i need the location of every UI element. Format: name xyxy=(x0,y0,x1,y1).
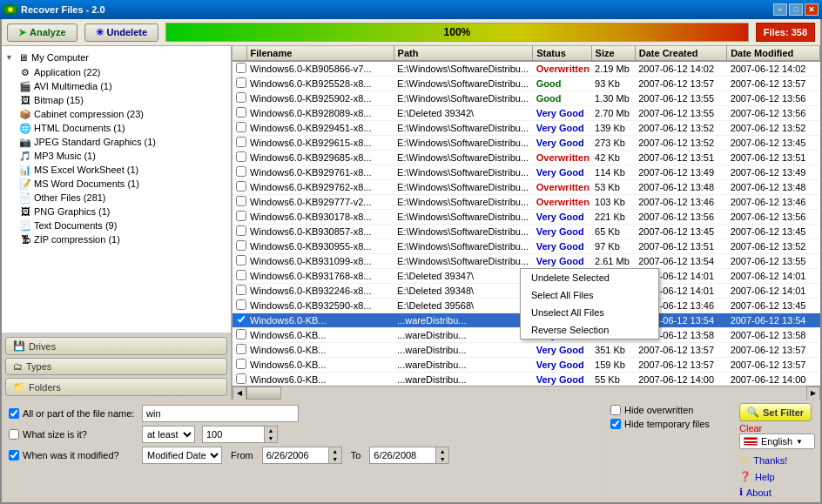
table-row[interactable]: Windows6.0-KB929615-x8... E:\Windows\Sof… xyxy=(232,136,820,151)
minimize-button[interactable]: − xyxy=(773,3,787,16)
tree-item-zip[interactable]: 🗜 ZIP compression (1) xyxy=(5,232,227,246)
row-checkbox-cell[interactable] xyxy=(232,165,246,180)
size-option-select[interactable]: at least at most xyxy=(142,426,195,443)
row-checkbox[interactable] xyxy=(236,373,246,384)
row-checkbox-cell[interactable] xyxy=(232,210,246,225)
row-checkbox-cell[interactable] xyxy=(232,151,246,165)
analyze-button[interactable]: ➤ Analyze xyxy=(7,24,77,42)
row-checkbox[interactable] xyxy=(236,166,246,177)
table-row[interactable]: Windows6.0-KB930955-x8... E:\Windows\Sof… xyxy=(232,239,820,254)
horizontal-scrollbar[interactable]: ◀ ▶ xyxy=(232,386,820,400)
scroll-right-button[interactable]: ▶ xyxy=(806,386,820,400)
date-to-spin-up[interactable]: ▲ xyxy=(436,447,448,455)
table-row[interactable]: Windows6.0-KB929777-v2... E:\Windows\Sof… xyxy=(232,195,820,210)
row-checkbox-cell[interactable] xyxy=(232,77,246,91)
row-checkbox[interactable] xyxy=(236,122,246,132)
filename-filter-checkbox[interactable] xyxy=(9,408,19,419)
row-checkbox-cell[interactable] xyxy=(232,180,246,195)
row-checkbox-cell[interactable] xyxy=(232,269,246,284)
undelete-button[interactable]: ✳ Undelete xyxy=(84,24,158,42)
tree-item-mp3[interactable]: 🎵 MP3 Music (1) xyxy=(5,149,227,163)
hide-temp-checkbox[interactable] xyxy=(610,419,621,429)
col-header-filename[interactable]: Filename xyxy=(246,46,394,61)
tree-item-html[interactable]: 🌐 HTML Documents (1) xyxy=(5,121,227,135)
row-checkbox-cell[interactable] xyxy=(232,121,246,136)
tree-item-png[interactable]: 🖼 PNG Graphics (1) xyxy=(5,205,227,218)
row-checkbox[interactable] xyxy=(236,107,246,118)
row-checkbox-cell[interactable] xyxy=(232,106,246,121)
row-checkbox[interactable] xyxy=(236,240,246,251)
size-filter-checkbox[interactable] xyxy=(9,429,19,440)
row-checkbox-cell[interactable] xyxy=(232,239,246,254)
table-row[interactable]: Windows6.0-KB929451-x8... E:\Windows\Sof… xyxy=(232,121,820,136)
row-checkbox-cell[interactable] xyxy=(232,61,246,77)
row-checkbox[interactable] xyxy=(236,225,246,236)
expand-icon[interactable]: ▼ xyxy=(5,53,14,62)
table-row[interactable]: Windows6.0-KB929761-x8... E:\Windows\Sof… xyxy=(232,165,820,180)
table-row[interactable]: Windows6.0-KB925902-x8... E:\Windows\Sof… xyxy=(232,91,820,106)
tree-item-excel[interactable]: 📊 MS Excel WorkSheet (1) xyxy=(5,163,227,177)
row-checkbox[interactable] xyxy=(236,285,246,295)
context-select-all[interactable]: Select All Files xyxy=(521,286,658,304)
date-to-input[interactable] xyxy=(370,447,435,463)
set-filter-button[interactable]: 🔍 Set Filter xyxy=(739,403,812,421)
row-checkbox[interactable] xyxy=(236,270,246,280)
row-checkbox-cell[interactable] xyxy=(232,225,246,239)
row-checkbox[interactable] xyxy=(236,63,246,73)
row-checkbox[interactable] xyxy=(236,211,246,221)
tree-item-text[interactable]: 📃 Text Documents (9) xyxy=(5,218,227,232)
size-input[interactable] xyxy=(203,427,264,442)
row-checkbox-cell[interactable] xyxy=(232,313,246,328)
row-checkbox-cell[interactable] xyxy=(232,136,246,151)
context-undelete-selected[interactable]: Undelete Selected xyxy=(521,269,658,286)
hide-overwritten-checkbox[interactable] xyxy=(610,405,621,415)
about-link[interactable]: ℹ About xyxy=(739,487,815,498)
row-checkbox-cell[interactable] xyxy=(232,284,246,299)
tree-item-bitmap[interactable]: 🖼 Bitmap (15) xyxy=(5,93,227,107)
row-checkbox[interactable] xyxy=(236,92,246,103)
tree-item-word[interactable]: 📝 MS Word Documents (1) xyxy=(5,177,227,191)
row-checkbox[interactable] xyxy=(236,255,246,265)
table-row[interactable]: Windows6.0-KB... ...wareDistribu... Very… xyxy=(232,373,820,386)
folders-button[interactable]: 📁 Folders xyxy=(5,378,227,396)
col-header-size[interactable]: Size xyxy=(591,46,635,61)
row-checkbox-cell[interactable] xyxy=(232,195,246,210)
row-checkbox[interactable] xyxy=(236,359,246,369)
table-row[interactable]: Windows6.0-KB929762-x8... E:\Windows\Sof… xyxy=(232,180,820,195)
row-checkbox[interactable] xyxy=(236,196,246,206)
table-row[interactable]: Windows6.0-KB930857-x8... E:\Windows\Sof… xyxy=(232,225,820,239)
table-row[interactable]: Windows6.0-KB929685-x8... E:\Windows\Sof… xyxy=(232,151,820,165)
close-button[interactable]: ✕ xyxy=(805,3,819,16)
row-checkbox[interactable] xyxy=(236,151,246,162)
help-link[interactable]: ❓ Help xyxy=(739,471,815,482)
table-row[interactable]: Windows6.0-KB... ...wareDistribu... Very… xyxy=(232,358,820,373)
tree-item-cabinet[interactable]: 📦 Cabinet compression (23) xyxy=(5,107,227,121)
tree-root-mycomputer[interactable]: ▼ 🖥 My Computer xyxy=(5,50,227,65)
tree-item-avi[interactable]: 🎬 AVI Multimedia (1) xyxy=(5,79,227,93)
row-checkbox[interactable] xyxy=(236,344,246,354)
row-checkbox[interactable] xyxy=(236,137,246,147)
row-checkbox[interactable] xyxy=(236,299,246,310)
table-row[interactable]: Windows6.0-KB928089-x8... E:\Deleted 393… xyxy=(232,106,820,121)
date-from-spin-up[interactable]: ▲ xyxy=(329,447,341,455)
table-row[interactable]: Windows6.0-KB905866-v7... E:\Windows\Sof… xyxy=(232,61,820,77)
row-checkbox-cell[interactable] xyxy=(232,373,246,386)
table-row[interactable]: Windows6.0-KB925528-x8... E:\Windows\Sof… xyxy=(232,77,820,91)
col-header-created[interactable]: Date Created xyxy=(635,46,726,61)
tree-view[interactable]: ▼ 🖥 My Computer ⚙ Application (22) 🎬 AVI… xyxy=(2,46,231,333)
row-checkbox[interactable] xyxy=(236,314,246,325)
scroll-thumb[interactable] xyxy=(246,386,281,400)
tree-item-application[interactable]: ⚙ Application (22) xyxy=(5,65,227,79)
scroll-left-button[interactable]: ◀ xyxy=(232,386,246,400)
col-header-modified[interactable]: Date Modified xyxy=(727,46,820,61)
maximize-button[interactable]: □ xyxy=(789,3,803,16)
col-header-status[interactable]: Status xyxy=(533,46,591,61)
row-checkbox-cell[interactable] xyxy=(232,358,246,373)
types-button[interactable]: 🗂 Types xyxy=(5,358,227,375)
size-spin-down[interactable]: ▼ xyxy=(265,434,277,442)
date-from-spin-down[interactable]: ▼ xyxy=(329,455,341,463)
thanks-link[interactable]: ☺ Thanks! xyxy=(739,454,815,467)
row-checkbox-cell[interactable] xyxy=(232,299,246,313)
row-checkbox[interactable] xyxy=(236,77,246,88)
row-checkbox-cell[interactable] xyxy=(232,254,246,269)
